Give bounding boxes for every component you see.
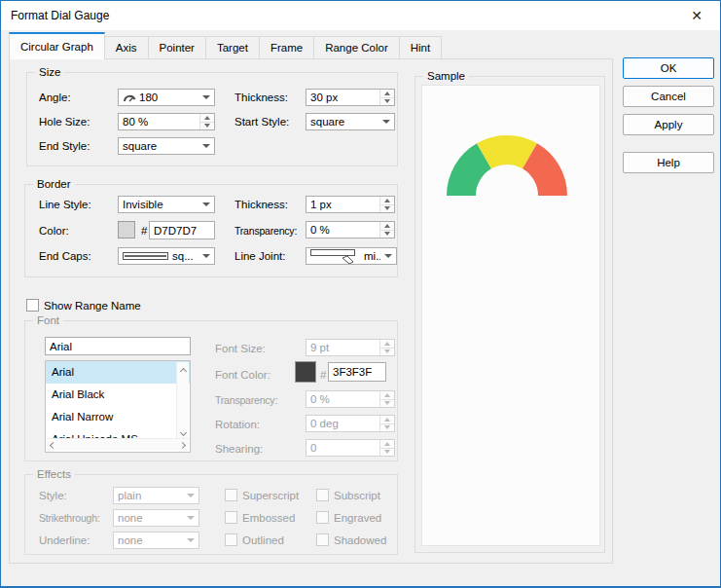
border-transparency-spinner[interactable]: 0 % <box>306 221 395 239</box>
end-style-dropdown[interactable]: square <box>118 137 215 155</box>
angle-dropdown[interactable]: 180 <box>118 89 215 106</box>
border-thickness-spinner[interactable]: 1 px <box>306 196 395 213</box>
spinner-down-icon <box>380 423 394 432</box>
line-joint-dropdown[interactable]: mi... <box>306 247 397 265</box>
tab-circular-graph[interactable]: Circular Graph <box>9 32 105 59</box>
shearing-label: Shearing: <box>215 440 263 458</box>
font-name-input[interactable]: Arial <box>45 337 191 355</box>
tab-target[interactable]: Target <box>205 36 260 59</box>
border-color-swatch[interactable] <box>118 221 135 239</box>
spinner-down-icon[interactable] <box>380 230 394 239</box>
border-thickness-label: Thickness: <box>234 196 288 213</box>
chevron-down-icon[interactable] <box>198 90 214 105</box>
chevron-down-icon <box>183 488 198 503</box>
border-legend: Border <box>33 177 75 191</box>
shadowed-label: Shadowed <box>334 532 386 549</box>
spinner-down-icon[interactable] <box>380 204 394 213</box>
border-thickness-value: 1 px <box>306 197 379 212</box>
hole-size-label: Hole Size: <box>39 113 90 130</box>
rotation-label: Rotation: <box>215 416 260 433</box>
line-style-value: Invisible <box>119 197 198 212</box>
cancel-button[interactable]: Cancel <box>623 86 714 107</box>
tab-page-circular-graph: Size Angle: 180 Thickness: 30 px Hole Si… <box>9 58 613 564</box>
hole-size-spinner[interactable]: 80 % <box>118 113 215 130</box>
thickness-spinner[interactable]: 30 px <box>306 89 395 106</box>
scroll-left-icon[interactable] <box>47 443 55 448</box>
font-color-hex-input[interactable]: 3F3F3F <box>328 362 386 382</box>
end-style-label: End Style: <box>39 137 90 155</box>
close-icon[interactable]: ✕ <box>681 1 712 30</box>
ok-button[interactable]: OK <box>623 57 714 79</box>
line-joint-label: Line Joint: <box>234 247 285 265</box>
border-color-hash: # <box>141 222 147 239</box>
hole-size-value: 80 % <box>119 114 199 129</box>
spinner-up-icon <box>380 391 394 399</box>
size-group: Size Angle: 180 Thickness: 30 px Hole Si… <box>26 72 398 166</box>
rotation-spinner: 0 deg <box>306 415 395 432</box>
chevron-down-icon[interactable] <box>198 248 214 264</box>
strikethrough-label: Strikethrough: <box>39 509 100 527</box>
line-style-dropdown[interactable]: Invisible <box>118 196 215 213</box>
font-list-item[interactable]: Arial Black <box>46 384 190 406</box>
font-list[interactable]: Arial Arial Black Arial Narrow Arial Uni… <box>45 360 191 453</box>
engraved-label: Engraved <box>334 509 381 527</box>
spinner-up-icon[interactable] <box>200 114 214 122</box>
end-caps-icon <box>123 251 169 261</box>
scroll-up-icon[interactable] <box>177 365 189 374</box>
chevron-down-icon[interactable] <box>379 114 394 129</box>
start-style-dropdown[interactable]: square <box>306 113 395 130</box>
font-color-swatch[interactable] <box>295 361 316 383</box>
end-caps-dropdown[interactable]: sq... <box>118 247 215 265</box>
outlined-label: Outlined <box>242 532 284 549</box>
tab-frame[interactable]: Frame <box>259 36 314 59</box>
chevron-down-icon[interactable] <box>380 248 396 264</box>
spinner-down-icon <box>380 348 394 356</box>
font-group: Font Arial Arial Arial Black Arial Narro… <box>24 320 398 461</box>
font-transparency-value: 0 % <box>306 391 379 407</box>
tab-range-color[interactable]: Range Color <box>313 36 400 59</box>
spinner-up-icon <box>380 416 394 423</box>
subscript-label: Subscript <box>334 487 380 504</box>
spinner-down-icon[interactable] <box>200 122 214 130</box>
border-transparency-label: Transparency: <box>234 222 297 239</box>
strikethrough-value: none <box>114 510 183 526</box>
show-range-name-checkbox[interactable] <box>26 299 39 312</box>
tab-axis[interactable]: Axis <box>104 36 149 59</box>
scroll-right-icon[interactable] <box>180 443 189 448</box>
shearing-spinner: 0 <box>306 439 395 457</box>
spinner-up-icon[interactable] <box>380 197 394 204</box>
font-list-item[interactable]: Arial Narrow <box>46 406 190 428</box>
vertical-scrollbar[interactable] <box>176 362 189 438</box>
spinner-down-icon <box>380 399 394 408</box>
embossed-label: Embossed <box>242 509 295 527</box>
underline-label: Underline: <box>39 532 90 549</box>
font-size-value: 9 pt <box>306 340 379 355</box>
spinner-up-icon[interactable] <box>380 90 394 97</box>
underline-value: none <box>114 533 183 548</box>
tab-pointer[interactable]: Pointer <box>148 36 206 59</box>
underline-dropdown: none <box>113 532 199 549</box>
font-list-item[interactable]: Arial <box>46 361 190 384</box>
engraved-checkbox <box>316 511 329 524</box>
angle-value: 180 <box>139 92 158 103</box>
tab-hint[interactable]: Hint <box>399 36 442 59</box>
show-range-name-label: Show Range Name <box>44 297 141 314</box>
format-dial-gauge-dialog: Format Dial Gauge ✕ Circular Graph Axis … <box>0 0 721 588</box>
font-color-label: Font Color: <box>215 366 270 384</box>
scroll-down-icon[interactable] <box>177 430 189 435</box>
chevron-down-icon[interactable] <box>198 197 214 212</box>
style-label: Style: <box>39 487 67 504</box>
font-transparency-label: Transparency: <box>215 391 277 409</box>
help-button[interactable]: Help <box>623 152 714 173</box>
font-transparency-spinner: 0 % <box>306 390 395 408</box>
apply-button[interactable]: Apply <box>623 114 714 135</box>
chevron-down-icon[interactable] <box>198 138 214 154</box>
horizontal-scrollbar[interactable] <box>47 438 189 451</box>
font-color-hash: # <box>320 366 326 384</box>
spinner-up-icon[interactable] <box>380 222 394 230</box>
spinner-down-icon[interactable] <box>380 97 394 106</box>
border-transparency-value: 0 % <box>306 222 379 238</box>
tab-bar: Circular Graph Axis Pointer Target Frame… <box>9 32 442 59</box>
thickness-value: 30 px <box>306 90 379 105</box>
border-color-hex-input[interactable]: D7D7D7 <box>149 221 215 239</box>
